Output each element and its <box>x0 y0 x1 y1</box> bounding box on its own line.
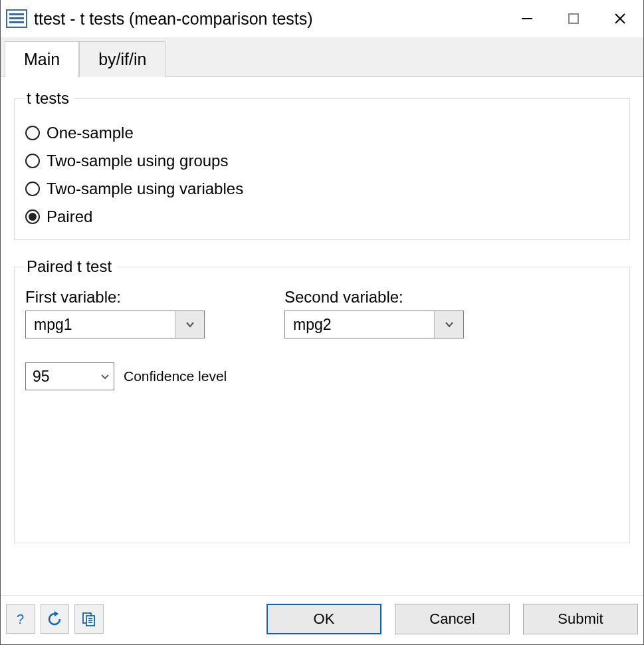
confidence-level-label: Confidence level <box>124 368 227 384</box>
confidence-level-combo[interactable]: 95 <box>25 362 114 390</box>
app-icon <box>6 9 27 28</box>
radio-one-sample-label: One-sample <box>47 124 134 142</box>
confidence-level-value: 95 <box>26 363 96 390</box>
maximize-button[interactable] <box>550 0 597 37</box>
second-variable-combo[interactable]: mpg2 <box>284 311 464 338</box>
second-variable-label: Second variable: <box>284 288 484 307</box>
radio-paired[interactable]: Paired <box>25 207 619 226</box>
svg-rect-1 <box>569 14 578 23</box>
radio-icon <box>25 154 40 168</box>
tab-content-main: t tests One-sample Two-sample using grou… <box>1 77 643 596</box>
group-paired-ttest: Paired t test First variable: mpg1 Secon… <box>14 257 630 543</box>
submit-button[interactable]: Submit <box>523 604 638 634</box>
chevron-down-icon[interactable] <box>175 311 204 338</box>
chevron-down-icon[interactable] <box>96 363 114 390</box>
tabs: Main by/if/in <box>1 37 643 77</box>
radio-two-sample-groups-label: Two-sample using groups <box>47 152 228 170</box>
radio-two-sample-vars-label: Two-sample using variables <box>47 180 243 198</box>
radio-two-sample-vars[interactable]: Two-sample using variables <box>25 180 619 198</box>
radio-paired-label: Paired <box>47 207 92 226</box>
svg-text:?: ? <box>17 612 24 626</box>
dialog-titlebar: ttest - t tests (mean-comparison tests) <box>1 0 643 37</box>
reset-button[interactable] <box>41 604 70 634</box>
minimize-button[interactable] <box>504 0 550 37</box>
ok-button[interactable]: OK <box>267 604 381 634</box>
button-bar: ? OK Cancel Submit <box>1 596 643 642</box>
first-variable-label: First variable: <box>25 288 225 307</box>
tab-byifin[interactable]: by/if/in <box>79 41 165 77</box>
help-button[interactable]: ? <box>6 604 35 634</box>
group-paired-legend: Paired t test <box>25 257 117 276</box>
tab-main[interactable]: Main <box>5 41 79 77</box>
first-variable-value: mpg1 <box>26 311 175 338</box>
window-title: ttest - t tests (mean-comparison tests) <box>34 9 504 29</box>
copy-button[interactable] <box>74 604 104 634</box>
radio-icon <box>25 182 40 196</box>
first-variable-combo[interactable]: mpg1 <box>25 311 205 338</box>
radio-one-sample[interactable]: One-sample <box>25 124 619 142</box>
group-ttests: t tests One-sample Two-sample using grou… <box>14 89 630 240</box>
close-button[interactable] <box>597 0 643 37</box>
radio-icon-checked <box>25 209 40 224</box>
radio-icon <box>25 126 40 140</box>
cancel-button[interactable]: Cancel <box>395 604 510 634</box>
second-variable-value: mpg2 <box>285 311 434 338</box>
group-ttests-legend: t tests <box>25 89 74 108</box>
chevron-down-icon[interactable] <box>434 311 463 338</box>
radio-two-sample-groups[interactable]: Two-sample using groups <box>25 152 619 170</box>
